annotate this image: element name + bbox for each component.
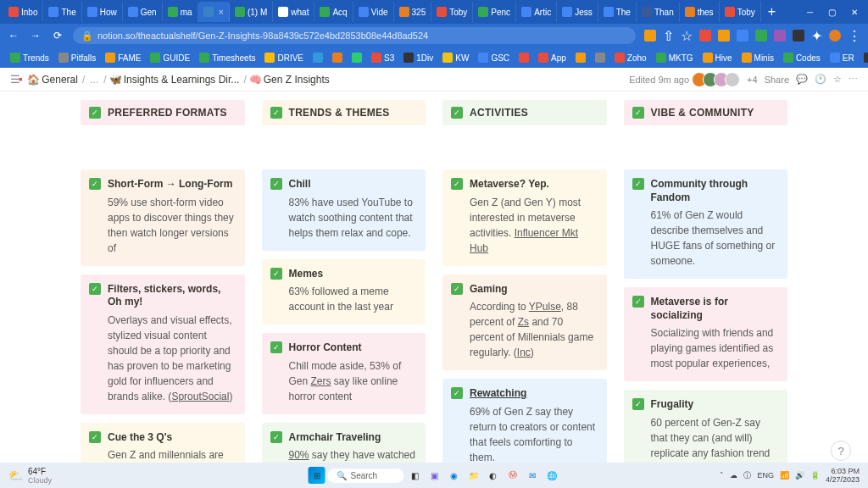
breadcrumb-mid[interactable]: Insights & Learnings Dir... (122, 74, 242, 86)
browser-tab[interactable]: Toby (720, 2, 761, 22)
forward-button[interactable]: → (29, 30, 42, 42)
bookmark-item[interactable]: GSC (475, 53, 513, 63)
bookmark-item[interactable]: S3 (368, 53, 398, 63)
browser-tab[interactable]: ma (163, 2, 198, 22)
bookmark-item[interactable] (329, 53, 346, 63)
bookmark-item[interactable]: Timesheets (196, 53, 259, 63)
ext-icon[interactable] (737, 30, 748, 42)
column-header[interactable]: ✓VIBE & COMMUNITY (624, 100, 788, 125)
ext-icon[interactable] (793, 30, 804, 42)
favorite-icon[interactable]: ☆ (833, 74, 842, 85)
more-icon[interactable]: ⋯ (849, 74, 858, 85)
browser-tab[interactable]: × (198, 2, 230, 22)
bookmark-item[interactable]: 1Div (400, 53, 437, 63)
breadcrumb-page[interactable]: Gen Z Insights (262, 74, 331, 86)
tray-icon[interactable]: ☁ (730, 471, 737, 480)
browser-tab[interactable]: Vide (353, 2, 394, 22)
bookmark-item[interactable]: GUIDE (147, 53, 193, 63)
card[interactable]: ✓Metaverse? Yep.Gen Z (and Gen Y) most i… (442, 169, 607, 266)
column-header[interactable]: ✓TRENDS & THEMES (262, 100, 426, 125)
volume-icon[interactable]: 🔊 (795, 471, 804, 480)
avatar-stack[interactable] (696, 72, 740, 87)
card[interactable]: ✓Short-Form → Long-Form59% use short-for… (81, 169, 245, 266)
bookmark-item[interactable] (592, 53, 609, 63)
share-button[interactable]: Share (765, 75, 789, 85)
url-input[interactable]: 🔒 notion.so/theactualshelf/Gen-Z-Insight… (73, 27, 636, 44)
weather-widget[interactable]: ⛅ 64°F Cloudy (8, 467, 52, 485)
comment-icon[interactable]: 💬 (796, 74, 808, 85)
wifi-icon[interactable]: 📶 (780, 471, 789, 480)
share-icon[interactable]: ⇧ (663, 28, 674, 44)
bookmark-item[interactable]: ER (826, 53, 858, 63)
bookmark-item[interactable]: Codes (780, 53, 824, 63)
bookmark-item[interactable] (572, 53, 589, 63)
browser-tab[interactable]: Jess (557, 2, 598, 22)
window-maximize[interactable]: ▢ (828, 8, 836, 17)
bookmark-item[interactable]: DRIVE (261, 53, 307, 63)
browser-tab[interactable]: The (43, 2, 81, 22)
menu-icon[interactable]: ⋮ (848, 28, 861, 44)
breadcrumb-home[interactable]: General (40, 74, 80, 86)
tb-app-icon[interactable]: Ⓜ (504, 467, 521, 484)
reload-button[interactable]: ⟳ (51, 30, 64, 42)
tb-app-icon[interactable]: ▣ (426, 467, 443, 484)
browser-tab[interactable]: The (598, 2, 637, 22)
puzzle-icon[interactable]: ✦ (811, 28, 822, 44)
ext-icon[interactable] (644, 30, 656, 42)
tb-app-icon[interactable]: ◐ (485, 467, 502, 484)
card[interactable]: ✓Memes63% followed a meme account in the… (262, 259, 426, 325)
card[interactable]: ✓Rewatching69% of Gen Z say they return … (442, 379, 607, 464)
browser-tab[interactable]: Penc (473, 2, 516, 22)
lang-text[interactable]: ENG (757, 471, 774, 480)
clock-icon[interactable]: 🕐 (815, 74, 826, 85)
help-button[interactable]: ? (831, 441, 851, 461)
browser-tab[interactable]: 325 (394, 2, 432, 22)
tray-chevron[interactable]: ˄ (720, 471, 724, 480)
ext-icon[interactable] (755, 30, 767, 42)
bookmark-item[interactable]: Pitfalls (55, 53, 99, 63)
card[interactable]: ✓Frugality60 percent of Gen-Z say that t… (624, 390, 788, 464)
more-count[interactable]: +4 (747, 75, 758, 85)
column-header[interactable]: ✓PREFERRED FORMATS (81, 100, 245, 125)
ext-icon[interactable] (774, 30, 786, 42)
column-header[interactable]: ✓ACTIVITIES (442, 100, 607, 125)
tb-app-icon[interactable]: ✉ (524, 467, 541, 484)
browser-tab[interactable]: Inbo (3, 2, 43, 22)
bookmark-item[interactable]: Hive (699, 53, 736, 63)
card[interactable]: ✓Filters, stickers, words, Oh my!Overlay… (81, 274, 245, 414)
bookmark-item[interactable] (515, 53, 532, 63)
bookmark-item[interactable]: Minis (738, 53, 777, 63)
star-icon[interactable]: ☆ (681, 28, 693, 44)
browser-tab[interactable]: Gen (123, 2, 163, 22)
card[interactable]: ✓Horror ContentChill mode aside, 53% of … (262, 333, 426, 414)
profile-avatar[interactable] (829, 30, 841, 42)
browser-tab[interactable]: Toby (431, 2, 473, 22)
bookmark-item[interactable]: Trends (7, 53, 53, 63)
browser-tab[interactable]: Than (637, 2, 680, 22)
bookmark-item[interactable]: Fetch (860, 53, 868, 63)
ext-icon[interactable] (699, 30, 711, 42)
bookmark-item[interactable]: Zoho (611, 53, 650, 63)
card[interactable]: ✓Chill83% have used YouTube to watch soo… (262, 169, 426, 251)
back-button[interactable]: ← (7, 30, 20, 42)
bookmark-item[interactable]: MKTG (653, 53, 697, 63)
tb-app-icon[interactable]: ◧ (407, 467, 424, 484)
start-button[interactable]: ⊞ (309, 467, 326, 484)
card[interactable]: ✓GamingAccording to YPulse, 88 percent o… (442, 274, 607, 371)
browser-tab[interactable]: thes (680, 2, 720, 22)
card[interactable]: ✓Armchair Traveling90% say they have wat… (262, 423, 426, 464)
browser-tab[interactable]: (1) M (230, 2, 273, 22)
browser-tab[interactable]: what (273, 2, 314, 22)
battery-icon[interactable]: 🔋 (810, 471, 820, 480)
window-close[interactable]: ✕ (851, 8, 858, 17)
tb-app-icon[interactable]: ◉ (446, 467, 463, 484)
tb-app-icon[interactable]: 🌐 (543, 467, 560, 484)
card[interactable]: ✓Metaverse is for socializingSocializing… (624, 287, 788, 381)
card[interactable]: ✓Cue the 3 Q'sGen Z and millennials are … (81, 423, 245, 464)
browser-tab[interactable]: Acq (314, 2, 353, 22)
taskbar-search[interactable]: 🔍Search (328, 469, 404, 483)
tray-icon[interactable]: ⓘ (743, 470, 751, 481)
browser-tab[interactable]: How (82, 2, 123, 22)
bookmark-item[interactable] (348, 53, 365, 63)
bookmark-item[interactable]: App (535, 53, 570, 63)
